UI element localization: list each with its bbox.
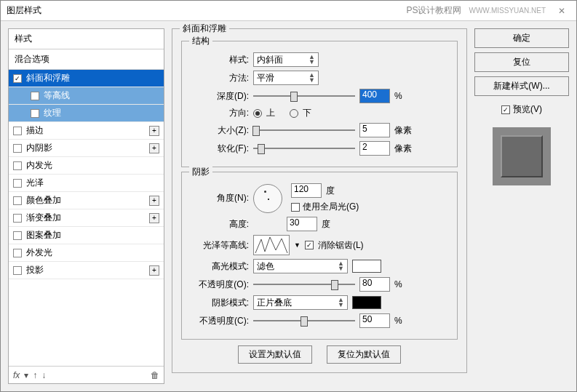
global-light-checkbox[interactable]: [291, 203, 300, 212]
style-item[interactable]: 内阴影+: [9, 140, 164, 157]
cancel-button[interactable]: 复位: [474, 52, 569, 72]
arrow-up-icon[interactable]: ↑: [33, 370, 37, 380]
style-item-label: 颜色叠加: [26, 194, 61, 207]
add-effect-icon[interactable]: +: [149, 126, 159, 136]
sh-opacity-input[interactable]: 50: [359, 313, 390, 328]
method-select[interactable]: 平滑▲▼: [253, 71, 319, 85]
px-label: 像素: [394, 124, 412, 137]
soften-input[interactable]: 2: [359, 141, 390, 156]
antialias-checkbox[interactable]: [305, 241, 314, 249]
highlight-mode-label: 高光模式:: [191, 260, 249, 273]
style-item[interactable]: 内发光: [9, 157, 164, 175]
highlight-mode-select[interactable]: 滤色▲▼: [253, 259, 348, 273]
hl-opacity-input[interactable]: 80: [359, 277, 390, 292]
chevron-down-icon[interactable]: ▾: [24, 370, 28, 380]
style-checkbox[interactable]: [13, 214, 22, 223]
preview-checkbox[interactable]: [501, 105, 510, 114]
select-arrows-icon: ▲▼: [338, 297, 344, 308]
select-arrows-icon: ▲▼: [338, 261, 344, 271]
layer-style-dialog: 图层样式 PS设计教程网 WWW.MISSYUAN.NET ✕ 样式 混合选项 …: [0, 0, 577, 392]
structure-title: 结构: [189, 35, 212, 47]
preview-label: 预览(V): [513, 103, 542, 116]
shading-section: 阴影 角度(N): 120 度 使用全局光(G): [181, 172, 458, 340]
depth-label: 深度(D):: [191, 90, 249, 103]
style-checkbox[interactable]: [13, 127, 22, 135]
add-effect-icon[interactable]: +: [149, 196, 159, 206]
direction-down-radio[interactable]: [290, 109, 298, 118]
arrow-down-icon[interactable]: ↓: [41, 370, 46, 380]
style-item[interactable]: 图案叠加: [9, 227, 164, 244]
angle-dial[interactable]: [253, 184, 282, 213]
reset-default-button[interactable]: 复位为默认值: [327, 345, 401, 364]
preview-thumbnail: [493, 127, 551, 185]
style-checkbox[interactable]: [31, 109, 39, 118]
new-style-button[interactable]: 新建样式(W)...: [474, 76, 569, 96]
hl-opacity-label: 不透明度(O):: [191, 279, 249, 291]
style-item[interactable]: 颜色叠加+: [9, 192, 164, 209]
watermark-url: WWW.MISSYUAN.NET: [469, 7, 546, 15]
style-item-label: 纹理: [44, 107, 61, 119]
chevron-down-icon[interactable]: ▼: [294, 241, 301, 249]
gloss-contour-picker[interactable]: [253, 235, 290, 255]
depth-slider[interactable]: [253, 90, 355, 102]
depth-input[interactable]: 400: [359, 89, 390, 103]
percent-label: %: [394, 91, 402, 101]
trash-icon[interactable]: 🗑: [151, 370, 159, 380]
shadow-mode-label: 阴影模式:: [191, 297, 249, 309]
style-label: 样式:: [191, 54, 249, 66]
hl-opacity-slider[interactable]: [253, 279, 355, 290]
style-checkbox[interactable]: [31, 92, 39, 100]
blend-options[interactable]: 混合选项: [9, 49, 164, 70]
style-item[interactable]: 渐变叠加+: [9, 209, 164, 227]
ok-button[interactable]: 确定: [474, 28, 569, 48]
soften-slider[interactable]: [253, 143, 355, 154]
style-item[interactable]: ✓斜面和浮雕: [9, 70, 164, 87]
angle-input[interactable]: 120: [291, 183, 322, 198]
style-checkbox[interactable]: ✓: [13, 74, 22, 83]
style-item-label: 光泽: [26, 177, 44, 189]
close-icon[interactable]: ✕: [553, 4, 570, 17]
sh-opacity-slider[interactable]: [253, 315, 355, 327]
watermark-text: PS设计教程网: [406, 4, 461, 17]
style-item-label: 渐变叠加: [26, 212, 61, 224]
style-item[interactable]: 等高线: [9, 87, 164, 105]
altitude-input[interactable]: 30: [287, 217, 317, 231]
style-checkbox[interactable]: [13, 196, 22, 205]
style-item[interactable]: 投影+: [9, 262, 164, 279]
style-item-label: 内阴影: [26, 142, 52, 154]
style-checkbox[interactable]: [13, 249, 22, 257]
style-item[interactable]: 外发光: [9, 244, 164, 262]
direction-up-radio[interactable]: [253, 109, 262, 118]
shadow-color-swatch[interactable]: [352, 296, 381, 309]
right-panel: 确定 复位 新建样式(W)... 预览(V): [474, 28, 569, 384]
direction-label: 方向:: [191, 107, 249, 119]
shadow-mode-select[interactable]: 正片叠底▲▼: [253, 295, 348, 310]
size-slider[interactable]: [253, 124, 355, 136]
style-checkbox[interactable]: [13, 179, 22, 188]
styles-sidebar: 样式 混合选项 ✓斜面和浮雕等高线纹理描边+内阴影+内发光光泽颜色叠加+渐变叠加…: [8, 28, 164, 384]
size-input[interactable]: 5: [359, 123, 390, 137]
styles-header[interactable]: 样式: [9, 29, 164, 49]
sidebar-footer: fx ▾ ↑ ↓ 🗑: [9, 366, 164, 383]
bevel-emboss-panel: 斜面和浮雕 结构 样式: 内斜面▲▼ 方法: 平滑▲▼ 深度(D): 400: [172, 28, 467, 384]
style-item[interactable]: 光泽: [9, 175, 164, 192]
set-default-button[interactable]: 设置为默认值: [238, 345, 312, 364]
shading-title: 阴影: [189, 166, 212, 178]
style-item-label: 斜面和浮雕: [26, 72, 70, 84]
style-select[interactable]: 内斜面▲▼: [253, 52, 319, 67]
style-item-label: 外发光: [26, 247, 52, 259]
add-effect-icon[interactable]: +: [149, 213, 159, 223]
add-effect-icon[interactable]: +: [149, 265, 159, 276]
panel-title: 斜面和浮雕: [180, 23, 229, 35]
style-item[interactable]: 描边+: [9, 122, 164, 140]
style-item[interactable]: 纹理: [9, 105, 164, 122]
style-checkbox[interactable]: [13, 161, 22, 170]
size-label: 大小(Z):: [191, 124, 249, 137]
style-checkbox[interactable]: [13, 231, 22, 240]
highlight-color-swatch[interactable]: [352, 260, 381, 273]
add-effect-icon[interactable]: +: [149, 143, 159, 153]
style-checkbox[interactable]: [13, 266, 22, 275]
fx-icon[interactable]: fx: [13, 370, 20, 380]
style-item-label: 描边: [26, 124, 44, 137]
style-checkbox[interactable]: [13, 144, 22, 153]
